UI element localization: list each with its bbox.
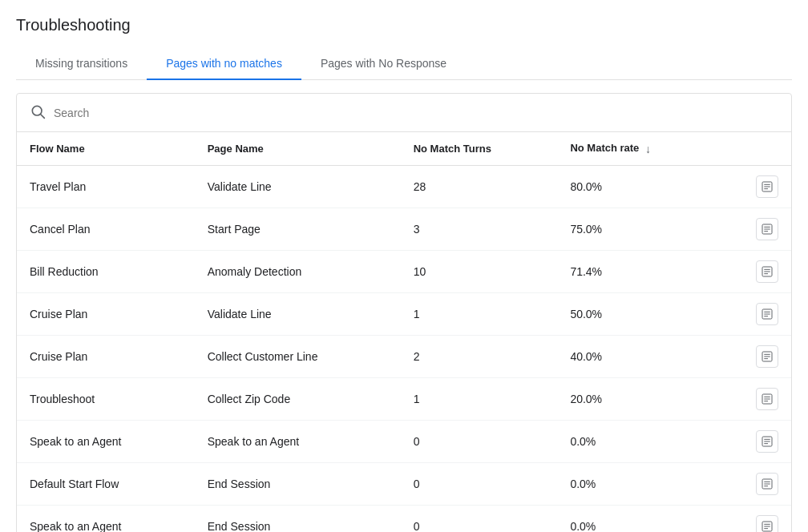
cell-flow-name: Travel Plan — [17, 165, 195, 208]
cell-no-match-turns: 0 — [401, 462, 558, 505]
row-detail-button[interactable] — [756, 473, 778, 495]
tab-bar: Missing transitions Pages with no matche… — [16, 47, 792, 80]
cell-page-name: Start Page — [195, 208, 401, 250]
table-row: Cancel PlanStart Page375.0% — [17, 208, 791, 250]
row-detail-button[interactable] — [756, 430, 778, 453]
table-row: Speak to an AgentSpeak to an Agent00.0% — [17, 420, 791, 462]
cell-flow-name: Speak to an Agent — [17, 505, 195, 532]
table-row: Default Start FlowEnd Session00.0% — [17, 462, 791, 505]
cell-action — [718, 250, 791, 292]
cell-page-name: Collect Zip Code — [195, 377, 401, 420]
col-actions — [718, 132, 791, 165]
row-detail-button[interactable] — [756, 218, 778, 240]
tab-missing-transitions[interactable]: Missing transitions — [16, 47, 147, 79]
search-icon — [30, 103, 46, 122]
col-page-name: Page Name — [195, 132, 401, 165]
tab-pages-no-response[interactable]: Pages with No Response — [301, 47, 466, 79]
cell-action — [718, 208, 791, 250]
table-row: Travel PlanValidate Line2880.0% — [17, 165, 791, 208]
cell-action — [718, 335, 791, 377]
cell-no-match-turns: 10 — [401, 250, 558, 292]
row-detail-button[interactable] — [756, 345, 778, 368]
col-no-match-turns: No Match Turns — [401, 132, 558, 165]
cell-page-name: End Session — [195, 462, 401, 505]
cell-no-match-rate: 0.0% — [557, 420, 718, 462]
cell-no-match-turns: 1 — [401, 292, 558, 335]
cell-no-match-turns: 28 — [401, 165, 558, 208]
sort-descending-icon: ↓ — [645, 143, 651, 155]
svg-line-1 — [41, 115, 45, 119]
cell-no-match-rate: 75.0% — [557, 208, 718, 250]
cell-no-match-turns: 0 — [401, 505, 558, 532]
table-header-row: Flow Name Page Name No Match Turns No Ma… — [17, 132, 791, 165]
cell-no-match-rate: 71.4% — [557, 250, 718, 292]
cell-action — [718, 420, 791, 462]
data-table: Flow Name Page Name No Match Turns No Ma… — [17, 132, 791, 532]
search-input[interactable] — [54, 107, 778, 119]
cell-page-name: Collect Customer Line — [195, 335, 401, 377]
cell-flow-name: Cancel Plan — [17, 208, 195, 250]
cell-no-match-rate: 50.0% — [557, 292, 718, 335]
cell-no-match-rate: 20.0% — [557, 377, 718, 420]
cell-no-match-rate: 80.0% — [557, 165, 718, 208]
cell-page-name: Validate Line — [195, 292, 401, 335]
row-detail-button[interactable] — [756, 515, 778, 532]
page-title: Troubleshooting — [16, 16, 792, 34]
table-row: Speak to an AgentEnd Session00.0% — [17, 505, 791, 532]
col-flow-name: Flow Name — [17, 132, 195, 165]
cell-page-name: Speak to an Agent — [195, 420, 401, 462]
cell-no-match-turns: 2 — [401, 335, 558, 377]
content-box: Flow Name Page Name No Match Turns No Ma… — [16, 93, 792, 532]
cell-flow-name: Cruise Plan — [17, 292, 195, 335]
cell-no-match-rate: 40.0% — [557, 335, 718, 377]
cell-flow-name: Default Start Flow — [17, 462, 195, 505]
cell-flow-name: Cruise Plan — [17, 335, 195, 377]
cell-no-match-turns: 3 — [401, 208, 558, 250]
cell-page-name: End Session — [195, 505, 401, 532]
tab-pages-no-matches[interactable]: Pages with no matches — [147, 47, 301, 79]
cell-action — [718, 165, 791, 208]
row-detail-button[interactable] — [756, 303, 778, 325]
table-row: Cruise PlanValidate Line150.0% — [17, 292, 791, 335]
cell-no-match-turns: 0 — [401, 420, 558, 462]
search-bar — [17, 94, 791, 132]
row-detail-button[interactable] — [756, 175, 778, 198]
cell-flow-name: Speak to an Agent — [17, 420, 195, 462]
cell-flow-name: Troubleshoot — [17, 377, 195, 420]
cell-no-match-turns: 1 — [401, 377, 558, 420]
table-row: TroubleshootCollect Zip Code120.0% — [17, 377, 791, 420]
cell-action — [718, 377, 791, 420]
cell-flow-name: Bill Reduction — [17, 250, 195, 292]
cell-page-name: Anomaly Detection — [195, 250, 401, 292]
cell-page-name: Validate Line — [195, 165, 401, 208]
cell-action — [718, 462, 791, 505]
cell-action — [718, 505, 791, 532]
row-detail-button[interactable] — [756, 260, 778, 283]
col-no-match-rate[interactable]: No Match rate ↓ — [557, 132, 718, 165]
cell-no-match-rate: 0.0% — [557, 462, 718, 505]
table-row: Bill ReductionAnomaly Detection1071.4% — [17, 250, 791, 292]
cell-action — [718, 292, 791, 335]
row-detail-button[interactable] — [756, 388, 778, 410]
table-row: Cruise PlanCollect Customer Line240.0% — [17, 335, 791, 377]
cell-no-match-rate: 0.0% — [557, 505, 718, 532]
